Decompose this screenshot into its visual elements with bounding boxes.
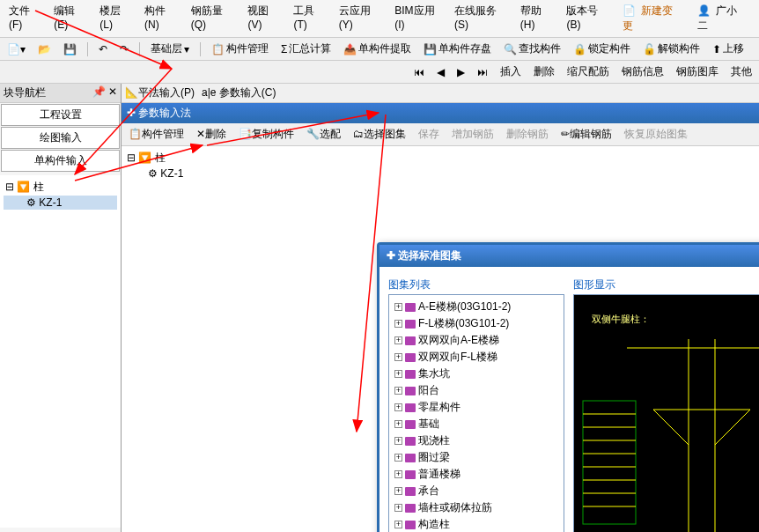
param-tree: ⊟ 🔽 柱 ⚙ KZ-1: [122, 146, 759, 184]
dialog-title: ✚ 选择标准图集: [380, 245, 759, 267]
svg-rect-11: [583, 401, 636, 524]
unlock-button[interactable]: 🔓解锁构件: [639, 40, 704, 58]
atlas-item[interactable]: +承台: [393, 483, 560, 499]
nav-prev-icon[interactable]: ◀: [433, 64, 448, 80]
menu-edit[interactable]: 编辑(E): [48, 2, 92, 35]
savecomp-button[interactable]: 💾单构件存盘: [420, 40, 495, 58]
sum-calc-button[interactable]: Σ 汇总计算: [277, 40, 335, 58]
pw-compmgmt[interactable]: 📋构件管理: [125, 125, 188, 144]
component-mgmt-button[interactable]: 📋构件管理: [208, 40, 272, 58]
other-button[interactable]: 其他: [727, 63, 755, 81]
svg-line-3: [653, 410, 689, 445]
main-menubar: 文件(F) 编辑(E) 楼层(L) 构件(N) 钢筋量(Q) 视图(V) 工具(…: [0, 0, 759, 38]
tab-draw-input[interactable]: 绘图输入: [1, 127, 120, 149]
menu-cloud[interactable]: 云应用(Y): [334, 2, 387, 35]
moveup-button[interactable]: ⬆上移: [709, 40, 748, 58]
atlas-item[interactable]: +构造柱: [393, 516, 560, 532]
atlas-item[interactable]: +F-L楼梯(03G101-2): [393, 315, 560, 332]
drawing-preview: 双侧牛腿柱： 1-1剖 备注: [573, 294, 759, 532]
menu-online[interactable]: 在线服务(S): [449, 2, 513, 35]
nav-panel-title: 块导航栏 📌 ✕: [0, 84, 121, 103]
new-change-button[interactable]: 📄新建变更: [617, 2, 690, 35]
select-atlas-dialog: ✚ 选择标准图集 图集列表 +A-E楼梯(03G101-2) +F-L楼梯(03…: [377, 242, 759, 532]
param-tree-kz1[interactable]: ⚙ KZ-1: [125, 166, 755, 181]
new-icon[interactable]: 📄▾: [4, 41, 29, 57]
atlas-item[interactable]: +集水坑: [393, 366, 560, 382]
menu-floor[interactable]: 楼层(L): [94, 2, 137, 35]
atlas-item[interactable]: +基础: [393, 416, 560, 432]
open-icon[interactable]: 📂: [34, 41, 55, 57]
insert-button[interactable]: 插入: [497, 63, 525, 81]
rebar-info-button[interactable]: 钢筋信息: [618, 63, 667, 81]
atlas-item[interactable]: +双网双向A-E楼梯: [393, 332, 560, 349]
nav-panel: 块导航栏 📌 ✕ 工程设置 绘图输入 单构件输入 ⊟ 🔽 柱 ⚙ KZ-1: [0, 84, 122, 532]
pw-del-rebar[interactable]: 删除钢筋: [503, 125, 552, 144]
atlas-item[interactable]: +现浇柱: [393, 432, 560, 449]
rebar-lib-button[interactable]: 钢筋图库: [673, 63, 722, 81]
tab-project-settings[interactable]: 工程设置: [1, 104, 120, 126]
atlas-item[interactable]: +普通楼梯: [393, 466, 560, 483]
nav-last-icon[interactable]: ⏭: [474, 64, 491, 80]
atlas-item[interactable]: +圈过梁: [393, 449, 560, 466]
menu-bim[interactable]: BIM应用(I): [389, 2, 447, 35]
tree-node-kz1[interactable]: ⚙ KZ-1: [4, 196, 117, 210]
user-label[interactable]: 👤广小二: [692, 2, 755, 35]
work-area: 📐平法输入(P) a|e 参数输入(C) ✚ 参数输入法 📋构件管理 ✕删除 📑…: [122, 84, 759, 532]
nav-first-icon[interactable]: ⏮: [410, 64, 428, 80]
input-mode-bar: 📐平法输入(P) a|e 参数输入(C): [122, 84, 759, 103]
preview-label: 图形显示: [573, 276, 759, 294]
param-input-button[interactable]: a|e 参数输入(C): [202, 85, 276, 100]
extract-button[interactable]: 📤单构件提取: [340, 40, 415, 58]
tree-root-column[interactable]: ⊟ 🔽 柱: [4, 179, 117, 196]
atlas-item[interactable]: +墙柱或砌体拉筋: [393, 499, 560, 516]
save-icon[interactable]: 💾: [60, 41, 80, 57]
floor-selector[interactable]: 基础层 ▾: [147, 40, 193, 58]
atlas-item[interactable]: +阳台: [393, 382, 560, 399]
atlas-list[interactable]: +A-E楼梯(03G101-2) +F-L楼梯(03G101-2) +双网双向A…: [388, 294, 564, 532]
pin-icon[interactable]: 📌 ✕: [92, 85, 117, 100]
pw-select[interactable]: 🔧选配: [303, 125, 344, 144]
param-window-title: ✚ 参数输入法: [122, 103, 759, 123]
menu-file[interactable]: 文件(F): [4, 2, 47, 35]
lock-button[interactable]: 🔒锁定构件: [570, 40, 634, 58]
delete-button[interactable]: 删除: [530, 63, 558, 81]
pw-select-atlas[interactable]: 🗂选择图集: [350, 125, 409, 144]
param-toolbar: 📋构件管理 ✕删除 📑复制构件 🔧选配 🗂选择图集 保存 增加钢筋 删除钢筋 ✏…: [122, 123, 759, 146]
svg-line-4: [715, 410, 750, 445]
scale-rebar-button[interactable]: 缩尺配筋: [564, 63, 613, 81]
pw-copy[interactable]: 📑复制构件: [235, 125, 298, 144]
atlas-item[interactable]: +双网双向F-L楼梯: [393, 349, 560, 366]
menu-component[interactable]: 构件(N): [139, 2, 184, 35]
param-tree-root[interactable]: ⊟ 🔽 柱: [125, 150, 755, 166]
tab-single-input[interactable]: 单构件输入: [1, 150, 120, 172]
pw-edit-rebar[interactable]: ✏编辑钢筋: [557, 125, 615, 144]
menu-rebar[interactable]: 钢筋量(Q): [186, 2, 241, 35]
undo-icon[interactable]: ↶: [95, 41, 111, 57]
pw-restore[interactable]: 恢复原始图集: [621, 125, 691, 144]
nav-tree: ⊟ 🔽 柱 ⚙ KZ-1: [0, 175, 121, 528]
flat-input-button[interactable]: 📐平法输入(P): [125, 85, 195, 100]
atlas-item[interactable]: +A-E楼梯(03G101-2): [393, 299, 560, 315]
main-toolbar-2: ⏮ ◀ ▶ ⏭ 插入 删除 缩尺配筋 钢筋信息 钢筋图库 其他: [0, 61, 759, 84]
menu-version[interactable]: 版本号(B): [561, 2, 615, 35]
param-input-window: ✚ 参数输入法 📋构件管理 ✕删除 📑复制构件 🔧选配 🗂选择图集 保存 增加钢…: [122, 103, 759, 184]
pw-save[interactable]: 保存: [415, 125, 443, 144]
atlas-item[interactable]: +零星构件: [393, 399, 560, 416]
main-toolbar-1: 📄▾ 📂 💾 ↶ ↷ 基础层 ▾ 📋构件管理 Σ 汇总计算 📤单构件提取 💾单构…: [0, 38, 759, 61]
nav-next-icon[interactable]: ▶: [453, 64, 468, 80]
menu-help[interactable]: 帮助(H): [515, 2, 560, 35]
atlas-list-label: 图集列表: [388, 276, 564, 294]
pw-delete[interactable]: ✕删除: [193, 125, 230, 144]
menu-view[interactable]: 视图(V): [242, 2, 286, 35]
find-button[interactable]: 🔍查找构件: [500, 40, 564, 58]
pw-add-rebar[interactable]: 增加钢筋: [448, 125, 497, 144]
redo-icon[interactable]: ↷: [116, 41, 132, 57]
menu-tools[interactable]: 工具(T): [288, 2, 331, 35]
